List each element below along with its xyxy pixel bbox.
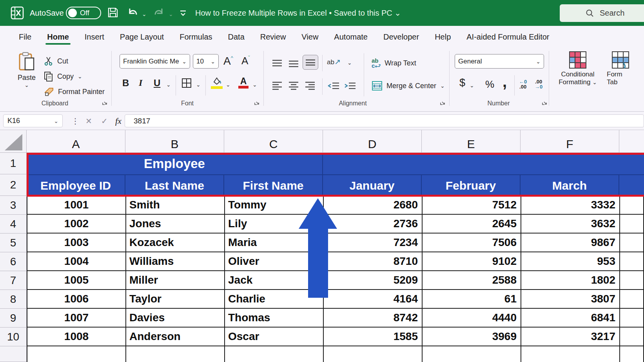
align-left-button[interactable] [271,81,283,92]
cell-last-name[interactable]: Kozacek [126,233,225,252]
enter-icon[interactable]: ✓ [101,114,108,127]
row-header-10[interactable]: 10 [0,328,27,346]
column-header-e[interactable]: E [422,130,521,153]
cell-march[interactable]: 953 [521,252,620,270]
cell-id[interactable]: 1008 [27,328,126,346]
column-header-partial[interactable] [619,130,644,153]
fill-color-dropdown-icon[interactable]: ⌄ [226,81,230,88]
copy-button[interactable]: Copy ⌄ [44,71,82,81]
search-input[interactable]: Search [560,4,644,22]
redo-dropdown-icon[interactable]: ⌄ [169,11,173,17]
tab-data[interactable]: Data [220,29,252,45]
cell-partial[interactable] [620,328,644,346]
row-header-3[interactable]: 3 [0,196,27,215]
cell-partial[interactable] [620,346,644,362]
row-header-6[interactable]: 6 [0,252,27,271]
align-middle-button[interactable] [288,59,299,70]
cell-header-employee-id[interactable]: Employee ID [27,175,125,196]
cell-header-last-name[interactable]: Last Name [125,175,224,196]
column-header-d[interactable]: D [323,130,422,153]
cell-header-february[interactable]: February [422,175,521,196]
cell-january[interactable]: 5209 [324,271,423,289]
merge-center-button[interactable]: Merge & Center ⌄ [372,81,445,91]
cell-last-name[interactable]: Taylor [126,290,225,308]
orientation-dropdown-icon[interactable]: ⌄ [347,60,352,66]
tab-home[interactable]: Home [39,29,77,45]
clipboard-dialog-launcher-icon[interactable] [102,100,108,107]
cell-january[interactable]: 2680 [324,196,423,214]
cell-first-name[interactable]: Thomas [225,309,324,327]
tab-review[interactable]: Review [252,29,294,45]
align-bottom-button[interactable] [303,55,318,70]
cell-february[interactable]: 2588 [423,271,521,289]
save-icon[interactable] [107,6,119,20]
align-center-button[interactable] [288,81,299,92]
row-header-5[interactable]: 5 [0,233,27,252]
row-header-4[interactable]: 4 [0,215,27,233]
decrease-indent-button[interactable] [327,81,340,92]
cell-id[interactable]: 1001 [27,196,126,214]
cell-first-name[interactable]: Oliver [225,252,324,270]
column-header-c[interactable]: C [224,130,323,153]
cell-partial[interactable] [620,215,644,233]
autosave-toggle[interactable]: Off [66,7,101,19]
cell-partial[interactable] [620,252,644,270]
tab-automate[interactable]: Automate [326,29,376,45]
cell-first-name[interactable]: Oscar [225,328,324,346]
percent-style-button[interactable]: % [485,78,494,90]
cell-january[interactable]: 8742 [324,309,423,327]
align-right-button[interactable] [304,81,316,92]
cell-first-name[interactable]: Maria [225,233,324,252]
paste-button[interactable]: Paste ⌄ [15,52,38,88]
row-header-1[interactable]: 1 [0,153,27,174]
wrap-text-button[interactable]: abc⮐ Wrap Text [372,58,416,68]
cell-february[interactable]: 9102 [423,252,521,270]
cell-march[interactable]: 6841 [521,309,620,327]
insert-function-icon[interactable]: fx [115,114,122,127]
format-painter-button[interactable]: Format Painter [44,87,105,96]
formula-input[interactable]: 3817 [125,114,644,127]
document-title[interactable]: How to Freeze Multiple Rows in Excel • S… [195,8,401,18]
italic-button[interactable]: I [139,78,142,88]
cell-first-name[interactable]: Jack [225,271,324,289]
borders-button[interactable] [181,78,192,90]
font-name-combo[interactable]: Franklin Gothic Me ⌄ [120,54,190,69]
increase-decimal-button[interactable]: ←0.00 [519,79,527,89]
cell-header-partial[interactable] [619,175,644,196]
decrease-font-size-button[interactable]: Aˇ [241,55,250,67]
cell-january[interactable]: 2736 [324,215,423,233]
conditional-formatting-button[interactable]: Conditional Formatting ⌄ [556,51,600,86]
column-header-b[interactable]: B [125,130,224,153]
underline-dropdown-icon[interactable]: ⌄ [166,81,171,88]
redo-icon[interactable] [152,6,165,21]
cell-partial[interactable] [324,346,423,362]
cell-february[interactable]: 61 [423,290,521,308]
cell-partial[interactable] [620,233,644,252]
row-header-7[interactable]: 7 [0,271,27,290]
format-as-table-button[interactable]: Form Tab [607,51,644,86]
cell-partial[interactable] [423,346,521,362]
orientation-button[interactable]: ab↗ [327,57,341,66]
cell-header-first-name[interactable]: First Name [224,175,323,196]
cell-february[interactable]: 3969 [423,328,521,346]
cancel-icon[interactable]: ✕ [85,114,92,127]
undo-icon[interactable] [126,6,140,21]
cell-partial[interactable] [620,196,644,214]
bold-button[interactable]: B [122,78,129,89]
cell-january[interactable]: 4164 [324,290,423,308]
cell-header-march[interactable]: March [521,175,619,196]
number-format-combo[interactable]: General ⌄ [455,54,544,69]
row-header-2[interactable]: 2 [0,174,27,196]
cell-last-name[interactable]: Williams [126,252,225,270]
font-size-combo[interactable]: 10 ⌄ [193,54,219,69]
cell-partial[interactable] [27,346,126,362]
cell-partial[interactable] [126,346,225,362]
cell-id[interactable]: 1006 [27,290,126,308]
column-header-a[interactable]: A [27,130,125,153]
cell-partial[interactable] [620,309,644,327]
accounting-dropdown-icon[interactable]: ⌄ [470,82,474,89]
tab-page-layout[interactable]: Page Layout [112,29,172,45]
name-box[interactable]: K16 ⌄ [3,114,63,127]
cell-last-name[interactable]: Smith [126,196,225,214]
name-box-options-icon[interactable]: ⋮ [71,114,79,127]
